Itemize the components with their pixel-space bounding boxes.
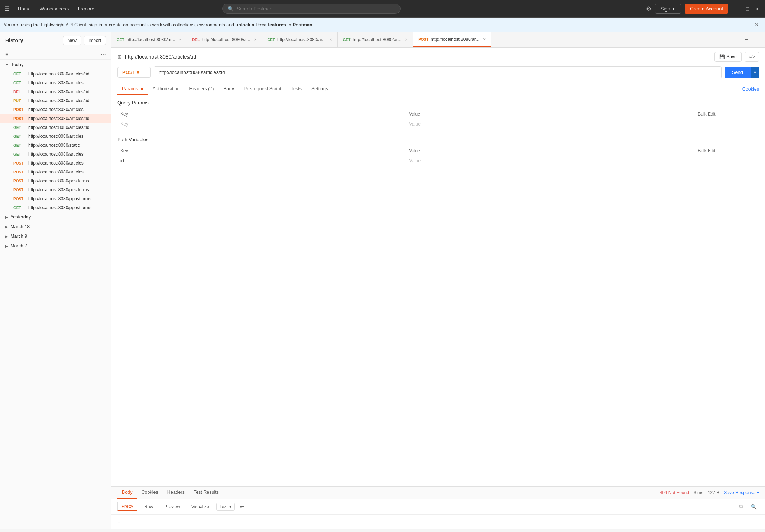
maximize-button[interactable]: □ (744, 5, 751, 13)
history-item[interactable]: POST http://localhost:8080/ppostforms (0, 194, 111, 203)
path-bulk-edit-button[interactable]: Bulk Edit (695, 146, 759, 156)
import-button[interactable]: Import (84, 36, 106, 45)
nav-home[interactable]: Home (14, 4, 35, 13)
method-badge: GET (13, 152, 25, 156)
new-button[interactable]: New (63, 36, 81, 45)
key-column-header: Key (117, 109, 406, 119)
add-tab-button[interactable]: + (742, 36, 750, 44)
history-item[interactable]: GET http://localhost:8080/ppostforms (0, 203, 111, 212)
history-item[interactable]: PUT http://localhost:8080/articles/:id (0, 96, 111, 105)
send-button[interactable]: Send (725, 66, 751, 78)
copy-response-button[interactable]: ⧉ (737, 503, 745, 510)
response-tab-body[interactable]: Body (117, 487, 137, 499)
sub-tab-settings[interactable]: Settings (307, 83, 333, 95)
tab-close-icon[interactable]: × (254, 37, 256, 42)
response-tab-cookies[interactable]: Cookies (137, 487, 163, 499)
sub-tab-pre-request[interactable]: Pre-request Script (239, 83, 286, 95)
method-badge: POST (13, 197, 25, 201)
tab-close-icon[interactable]: × (405, 37, 408, 42)
tab-close-icon[interactable]: × (330, 37, 332, 42)
send-dropdown-button[interactable]: ▾ (751, 66, 759, 78)
bulk-edit-button[interactable]: Bulk Edit (695, 109, 759, 119)
sub-tab-tests[interactable]: Tests (286, 83, 306, 95)
search-input[interactable] (237, 6, 395, 12)
format-pretty-button[interactable]: Pretty (117, 502, 137, 511)
banner-close-icon[interactable]: × (752, 22, 761, 28)
nav-explore[interactable]: Explore (74, 4, 98, 13)
search-bar[interactable]: 🔍 (222, 4, 401, 14)
more-options-icon[interactable]: ⋯ (101, 51, 106, 57)
group-label-march9: March 9 (10, 234, 27, 239)
wrap-lines-button[interactable]: ⇌ (238, 503, 247, 510)
sub-tab-params[interactable]: Params (117, 83, 148, 95)
response-format-bar: Pretty Raw Preview Visualize Text ▾ ⇌ ⧉ … (111, 499, 765, 515)
format-raw-button[interactable]: Raw (140, 502, 157, 511)
save-response-button[interactable]: Save Response ▾ (724, 490, 759, 495)
expand-icon: ▶ (5, 234, 8, 239)
path-value-header: Value (406, 146, 695, 156)
tab-2[interactable]: DEL http://localhost:8080/st... × (187, 32, 262, 47)
sub-tab-headers[interactable]: Headers (7) (185, 83, 218, 95)
sub-tab-body[interactable]: Body (219, 83, 239, 95)
path-key-cell[interactable]: id (117, 156, 406, 166)
history-item[interactable]: POST http://localhost:8080/articles (0, 168, 111, 176)
path-value-cell[interactable]: Value (406, 156, 695, 166)
more-tabs-button[interactable]: ⋯ (752, 36, 762, 44)
history-item[interactable]: POST http://localhost:8080/articles (0, 159, 111, 168)
value-placeholder[interactable]: Value (406, 119, 695, 129)
response-tab-test-results[interactable]: Test Results (189, 487, 223, 499)
key-placeholder[interactable]: Key (117, 119, 406, 129)
response-body: 1 (111, 515, 765, 529)
history-item[interactable]: GET http://localhost:8080/static (0, 141, 111, 150)
minimize-button[interactable]: − (735, 5, 742, 13)
tab-3[interactable]: GET http://localhost:8080/ar... × (262, 32, 337, 47)
history-group-march7-header[interactable]: ▶ March 7 (0, 241, 111, 251)
request-title-row: ⊞ http://localhost:8080/articles/:id 💾 S… (117, 52, 759, 62)
cookies-link[interactable]: Cookies (742, 87, 759, 92)
format-visualize-button[interactable]: Visualize (187, 502, 213, 511)
history-item[interactable]: GET http://localhost:8080/articles (0, 132, 111, 141)
history-item[interactable]: POST http://localhost:8080/postforms (0, 176, 111, 185)
history-item[interactable]: POST http://localhost:8080/articles (0, 105, 111, 114)
history-group-yesterday-header[interactable]: ▶ Yesterday (0, 212, 111, 222)
method-select[interactable]: POST ▾ (117, 67, 151, 78)
value-column-header: Value (406, 109, 695, 119)
format-type-select[interactable]: Text ▾ (216, 503, 235, 511)
sign-in-button[interactable]: Sign In (655, 4, 681, 14)
group-label-march7: March 7 (10, 243, 27, 249)
settings-icon[interactable]: ⚙ (646, 6, 651, 12)
history-group-march18-header[interactable]: ▶ March 18 (0, 222, 111, 231)
tab-close-icon[interactable]: × (483, 37, 486, 42)
code-button[interactable]: </> (745, 52, 759, 62)
hamburger-menu-icon[interactable]: ☰ (4, 5, 10, 12)
history-group-march9-header[interactable]: ▶ March 9 (0, 231, 111, 241)
path-variables-table: Key Value Bulk Edit id Value (117, 146, 759, 166)
nav-workspaces[interactable]: Workspaces (36, 4, 73, 13)
gear-wrap: ⚙ (646, 5, 651, 12)
history-item[interactable]: GET http://localhost:8080/articles (0, 150, 111, 159)
create-account-button[interactable]: Create Account (685, 4, 728, 14)
format-preview-button[interactable]: Preview (160, 502, 184, 511)
history-item[interactable]: POST http://localhost:8080/postforms (0, 185, 111, 194)
history-url: http://localhost:8080/articles/:id (28, 71, 90, 77)
url-input[interactable] (154, 66, 721, 78)
sub-tab-authorization[interactable]: Authorization (148, 83, 184, 95)
close-button[interactable]: × (753, 5, 761, 13)
tab-5-active[interactable]: POST http://localhost:8080/ar... × (413, 32, 491, 47)
sub-tab-label: Authorization (153, 86, 180, 91)
history-group-today-header[interactable]: ▼ Today (0, 60, 111, 69)
save-button[interactable]: 💾 Save (714, 52, 741, 62)
history-item[interactable]: GET http://localhost:8080/articles (0, 78, 111, 87)
history-url: http://localhost:8080/articles (28, 169, 84, 175)
search-response-button[interactable]: 🔍 (748, 503, 759, 510)
history-item[interactable]: DEL http://localhost:8080/articles/:id (0, 87, 111, 96)
history-url: http://localhost:8080/articles/:id (28, 89, 90, 94)
tab-close-icon[interactable]: × (179, 37, 181, 42)
response-tab-headers[interactable]: Headers (163, 487, 189, 499)
filter-icon[interactable]: ≡ (5, 51, 8, 57)
history-item[interactable]: GET http://localhost:8080/articles/:id (0, 123, 111, 132)
tab-1[interactable]: GET http://localhost:8080/ar... × (111, 32, 187, 47)
history-item[interactable]: POST http://localhost:8080/articles/:id (0, 114, 111, 123)
history-item[interactable]: GET http://localhost:8080/articles/:id (0, 69, 111, 78)
tab-4[interactable]: GET http://localhost:8080/ar... × (338, 32, 413, 47)
